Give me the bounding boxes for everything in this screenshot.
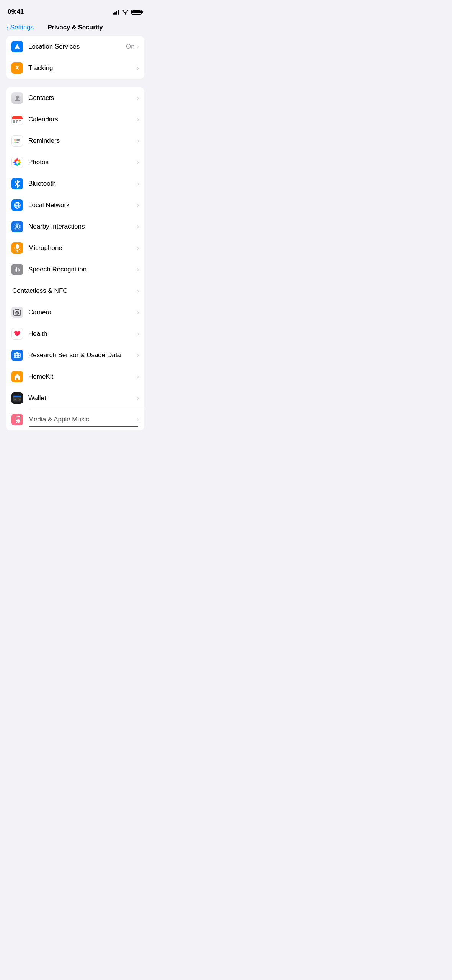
speech-recognition-chevron-icon: › [137, 266, 139, 273]
svg-rect-10 [16, 142, 19, 143]
tracking-row[interactable]: Tracking › [6, 57, 144, 79]
svg-rect-8 [16, 139, 20, 140]
speech-recognition-row[interactable]: Speech Recognition › [6, 259, 144, 280]
strikethrough-bar [29, 426, 138, 427]
bluetooth-row[interactable]: Bluetooth › [6, 173, 144, 194]
photos-icon [11, 157, 23, 168]
svg-rect-45 [14, 399, 16, 400]
page-title: Privacy & Security [48, 24, 103, 31]
microphone-label: Microphone [28, 244, 137, 252]
section-group-2: Contacts › Calendars › [6, 87, 144, 430]
microphone-chevron-icon: › [137, 245, 139, 252]
media-music-chevron-icon: › [137, 416, 139, 423]
camera-chevron-icon: › [137, 309, 139, 316]
microphone-icon [11, 242, 23, 254]
microphone-row[interactable]: Microphone › [6, 237, 144, 259]
svg-rect-3 [19, 97, 20, 98]
reminders-icon [11, 135, 23, 147]
svg-point-36 [16, 312, 18, 314]
nav-header: ‹ Settings Privacy & Security [0, 21, 150, 36]
svg-rect-32 [16, 267, 17, 272]
back-button[interactable]: ‹ Settings [6, 24, 34, 31]
wallet-icon [11, 392, 23, 404]
tracking-icon [11, 62, 23, 74]
svg-rect-4 [19, 98, 20, 99]
calendars-row[interactable]: Calendars › [6, 109, 144, 130]
tracking-label: Tracking [28, 64, 137, 72]
local-network-label: Local Network [28, 201, 137, 209]
tracking-chevron-icon: › [137, 65, 139, 72]
speech-recognition-label: Speech Recognition [28, 266, 137, 273]
homekit-row[interactable]: HomeKit › [6, 366, 144, 387]
local-network-row[interactable]: Local Network › [6, 194, 144, 216]
camera-row[interactable]: Camera › [6, 302, 144, 323]
location-services-label: Location Services [28, 43, 126, 51]
svg-rect-31 [15, 269, 16, 272]
reminders-row[interactable]: Reminders › [6, 130, 144, 152]
location-services-row[interactable]: Location Services On › [6, 36, 144, 57]
status-bar: 09:41 [0, 0, 150, 21]
contacts-label: Contacts [28, 94, 137, 102]
nearby-interactions-chevron-icon: › [137, 223, 139, 230]
location-services-chevron-icon: › [137, 43, 139, 50]
camera-icon [11, 307, 23, 318]
location-services-icon [11, 41, 23, 52]
media-music-icon [11, 414, 23, 425]
photos-chevron-icon: › [137, 159, 139, 166]
camera-label: Camera [28, 309, 137, 316]
wifi-icon [122, 10, 129, 15]
status-icons [113, 10, 143, 15]
wallet-row[interactable]: Wallet › [6, 387, 144, 409]
local-network-icon [11, 199, 23, 211]
wallet-chevron-icon: › [137, 395, 139, 402]
homekit-icon [11, 371, 23, 382]
svg-rect-33 [18, 268, 19, 272]
contactless-nfc-chevron-icon: › [137, 287, 139, 294]
photos-label: Photos [28, 158, 137, 166]
contactless-nfc-label: Contactless & NFC [11, 287, 137, 295]
contactless-nfc-row[interactable]: Contactless & NFC › [6, 280, 144, 302]
svg-rect-34 [19, 269, 20, 271]
location-services-value: On [126, 43, 135, 51]
list-group-2: Contacts › Calendars › [6, 87, 144, 430]
bluetooth-icon [11, 178, 23, 189]
reminders-chevron-icon: › [137, 137, 139, 144]
bluetooth-chevron-icon: › [137, 180, 139, 187]
svg-point-1 [16, 96, 19, 99]
research-sensor-icon [11, 350, 23, 361]
local-network-chevron-icon: › [137, 202, 139, 209]
calendars-chevron-icon: › [137, 116, 139, 123]
photos-row[interactable]: Photos › [6, 152, 144, 173]
svg-rect-28 [16, 244, 19, 249]
health-icon [11, 328, 23, 340]
svg-rect-9 [16, 140, 20, 141]
media-music-row[interactable]: Media & Apple Music › [6, 409, 144, 430]
research-sensor-chevron-icon: › [137, 352, 139, 359]
health-chevron-icon: › [137, 330, 139, 337]
signal-icon [113, 10, 119, 15]
svg-rect-2 [19, 96, 20, 97]
nearby-interactions-icon [11, 221, 23, 232]
homekit-label: HomeKit [28, 373, 137, 381]
reminders-label: Reminders [28, 137, 137, 145]
svg-point-25 [16, 225, 18, 228]
svg-point-46 [18, 399, 18, 400]
speech-recognition-icon [11, 264, 23, 275]
svg-rect-44 [13, 397, 21, 397]
battery-icon [131, 10, 143, 15]
section-group-1: Location Services On › Tracking › [6, 36, 144, 79]
health-row[interactable]: Health › [6, 323, 144, 345]
svg-point-5 [15, 139, 16, 140]
nearby-interactions-row[interactable]: Nearby Interactions › [6, 216, 144, 237]
contacts-chevron-icon: › [137, 95, 139, 101]
svg-point-19 [16, 161, 19, 164]
svg-point-6 [15, 140, 16, 142]
back-chevron-icon: ‹ [6, 24, 9, 31]
svg-point-48 [20, 399, 21, 400]
health-label: Health [28, 330, 137, 338]
bluetooth-label: Bluetooth [28, 180, 137, 188]
calendars-icon [11, 114, 23, 125]
research-sensor-row[interactable]: Research Sensor & Usage Data › [6, 345, 144, 366]
contacts-row[interactable]: Contacts › [6, 87, 144, 109]
calendars-label: Calendars [28, 116, 137, 123]
